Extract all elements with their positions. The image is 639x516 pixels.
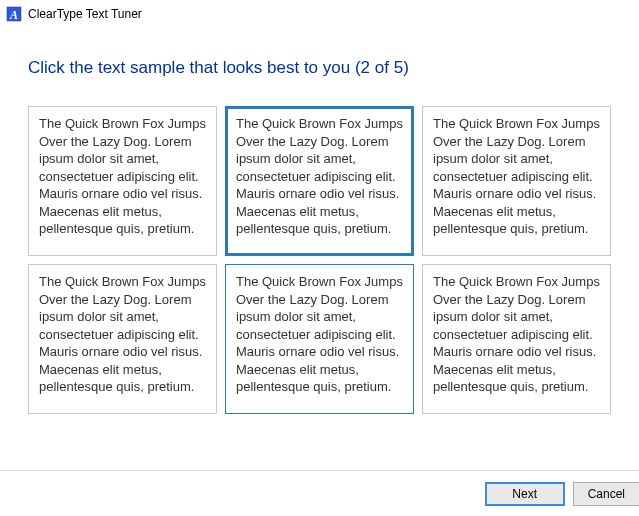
- cancel-button[interactable]: Cancel: [573, 482, 639, 506]
- title-bar: A ClearType Text Tuner: [0, 0, 639, 28]
- text-sample-3[interactable]: The Quick Brown Fox Jumps Over the Lazy …: [422, 106, 611, 256]
- window-title: ClearType Text Tuner: [28, 7, 142, 21]
- next-button[interactable]: Next: [485, 482, 565, 506]
- svg-text:A: A: [9, 8, 18, 22]
- page-heading: Click the text sample that looks best to…: [28, 58, 611, 78]
- button-bar: Next Cancel: [0, 470, 639, 516]
- app-icon: A: [6, 6, 22, 22]
- text-sample-4[interactable]: The Quick Brown Fox Jumps Over the Lazy …: [28, 264, 217, 414]
- text-sample-2[interactable]: The Quick Brown Fox Jumps Over the Lazy …: [225, 106, 414, 256]
- text-sample-5[interactable]: The Quick Brown Fox Jumps Over the Lazy …: [225, 264, 414, 414]
- text-sample-1[interactable]: The Quick Brown Fox Jumps Over the Lazy …: [28, 106, 217, 256]
- text-sample-6[interactable]: The Quick Brown Fox Jumps Over the Lazy …: [422, 264, 611, 414]
- sample-grid: The Quick Brown Fox Jumps Over the Lazy …: [28, 106, 611, 414]
- content-area: Click the text sample that looks best to…: [0, 28, 639, 424]
